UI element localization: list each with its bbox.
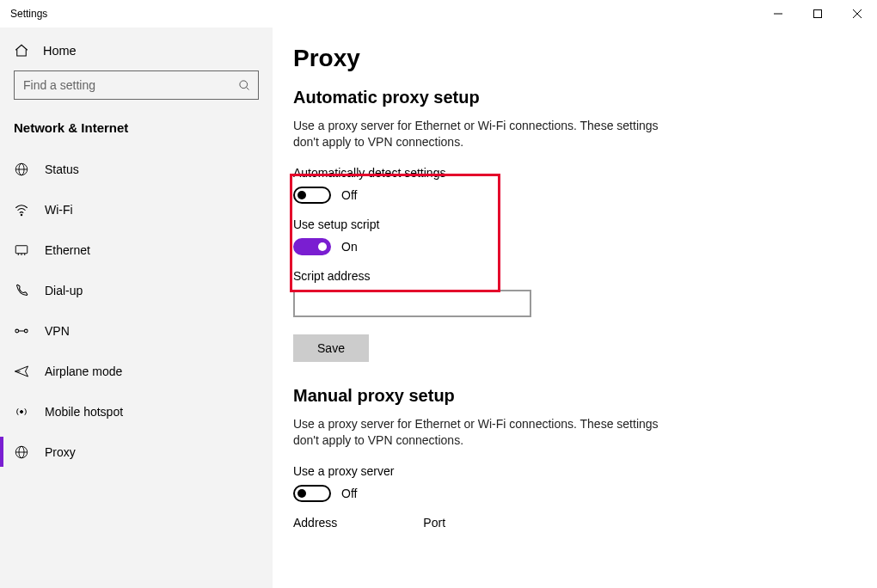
vpn-icon bbox=[14, 323, 29, 339]
nav-item-proxy[interactable]: Proxy bbox=[0, 432, 273, 472]
minimize-button[interactable] bbox=[758, 0, 798, 28]
save-button[interactable]: Save bbox=[293, 334, 369, 362]
detect-toggle[interactable] bbox=[293, 187, 331, 204]
sidebar: Home Network & Internet Status Wi-Fi bbox=[0, 28, 273, 588]
svg-point-9 bbox=[21, 214, 22, 216]
svg-point-15 bbox=[24, 329, 28, 333]
script-addr-label: Script address bbox=[293, 269, 877, 283]
nav-label: Ethernet bbox=[45, 243, 90, 257]
window-title: Settings bbox=[10, 8, 47, 20]
search-box[interactable] bbox=[14, 70, 259, 100]
script-state: On bbox=[341, 240, 358, 254]
nav-section-title: Network & Internet bbox=[0, 113, 273, 149]
nav-label: Wi-Fi bbox=[45, 203, 73, 217]
nav-label: Airplane mode bbox=[45, 364, 122, 378]
manual-section-desc: Use a proxy server for Ethernet or Wi-Fi… bbox=[293, 416, 663, 449]
detect-state: Off bbox=[341, 188, 357, 202]
use-proxy-state: Off bbox=[341, 487, 357, 500]
detect-label: Automatically detect settings bbox=[293, 166, 877, 180]
home-button[interactable]: Home bbox=[0, 34, 273, 70]
dialup-icon bbox=[14, 283, 29, 298]
nav-label: Dial-up bbox=[45, 284, 83, 297]
window-controls bbox=[758, 0, 877, 28]
maximize-button[interactable] bbox=[798, 0, 837, 28]
auto-section-desc: Use a proxy server for Ethernet or Wi-Fi… bbox=[293, 118, 663, 150]
nav-label: Proxy bbox=[45, 445, 76, 459]
use-proxy-toggle[interactable] bbox=[293, 485, 331, 502]
script-toggle[interactable] bbox=[293, 238, 331, 255]
nav-item-vpn[interactable]: VPN bbox=[0, 310, 273, 351]
search-icon bbox=[238, 79, 251, 92]
home-label: Home bbox=[43, 44, 77, 58]
svg-line-5 bbox=[246, 87, 248, 89]
home-icon bbox=[14, 43, 29, 58]
hotspot-icon bbox=[14, 404, 29, 420]
svg-point-4 bbox=[240, 80, 248, 88]
address-label: Address bbox=[293, 516, 337, 530]
nav-item-ethernet[interactable]: Ethernet bbox=[0, 230, 273, 270]
auto-section-heading: Automatic proxy setup bbox=[293, 88, 877, 107]
svg-rect-1 bbox=[814, 10, 822, 18]
page-title: Proxy bbox=[293, 45, 877, 72]
close-button[interactable] bbox=[837, 0, 877, 28]
search-input[interactable] bbox=[23, 78, 238, 92]
airplane-icon bbox=[14, 364, 29, 379]
nav-label: Mobile hotspot bbox=[45, 405, 123, 419]
svg-point-14 bbox=[15, 329, 19, 333]
nav-label: VPN bbox=[45, 324, 70, 338]
nav-item-wifi[interactable]: Wi-Fi bbox=[0, 189, 273, 230]
script-addr-input[interactable] bbox=[293, 290, 531, 317]
nav-label: Status bbox=[45, 162, 79, 176]
titlebar: Settings bbox=[0, 0, 877, 28]
ethernet-icon bbox=[14, 242, 29, 258]
port-label: Port bbox=[423, 516, 445, 530]
script-label: Use setup script bbox=[293, 217, 877, 231]
svg-rect-10 bbox=[15, 245, 28, 253]
nav-item-status[interactable]: Status bbox=[0, 149, 273, 189]
content: Proxy Automatic proxy setup Use a proxy … bbox=[273, 28, 877, 588]
use-proxy-label: Use a proxy server bbox=[293, 464, 877, 478]
manual-section-heading: Manual proxy setup bbox=[293, 386, 877, 406]
nav-item-hotspot[interactable]: Mobile hotspot bbox=[0, 391, 273, 432]
nav-item-dialup[interactable]: Dial-up bbox=[0, 270, 273, 310]
status-icon bbox=[14, 162, 29, 177]
wifi-icon bbox=[14, 202, 29, 217]
proxy-icon bbox=[14, 444, 29, 460]
nav-item-airplane[interactable]: Airplane mode bbox=[0, 351, 273, 391]
svg-point-17 bbox=[21, 410, 23, 413]
